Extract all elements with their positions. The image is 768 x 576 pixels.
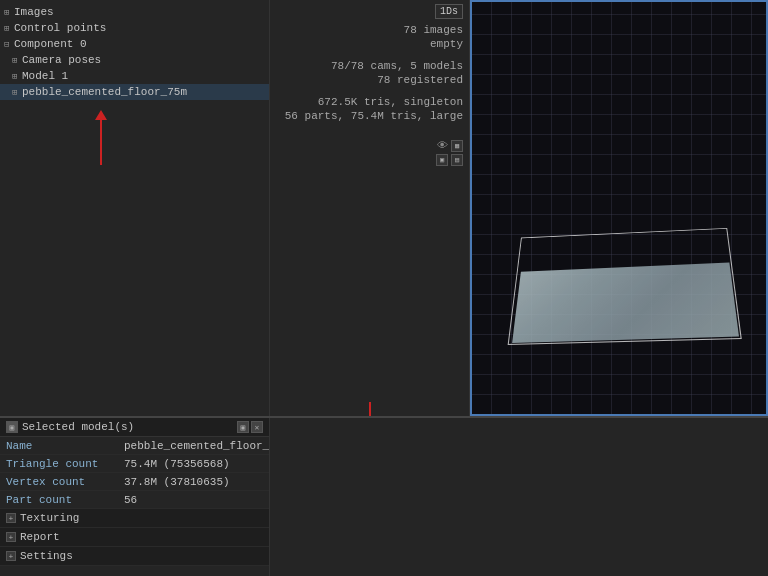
tree-item-camera-poses[interactable]: ⊞ Camera poses	[0, 52, 269, 68]
tree-label-component0: Component 0	[14, 38, 87, 50]
tree-label-images: Images	[14, 6, 54, 18]
prop-value-name: pebble_cemented_floor_75m	[120, 438, 269, 454]
properties-table: Name pebble_cemented_floor_75m Triangle …	[0, 437, 269, 576]
main-layout: ⊞ Images ⊞ Control points ⊟ Component 0 …	[0, 0, 768, 416]
bottom-right-panel	[270, 418, 768, 576]
expand-icon-images: ⊞	[4, 7, 14, 18]
info-cams: 78/78 cams, 5 models	[276, 59, 463, 73]
section-label-report: Report	[20, 531, 60, 543]
prop-row-parts: Part count 56	[0, 491, 269, 509]
arrow-shaft-up	[100, 120, 102, 165]
prop-label-vertices: Vertex count	[0, 474, 120, 490]
expand-icon-pebble-floor: ⊞	[12, 87, 22, 98]
info-tris: 672.5K tris, singleton	[276, 95, 463, 109]
arrow-head-up	[95, 110, 107, 120]
arrow-down	[364, 402, 376, 416]
viewport-3d[interactable]	[470, 0, 768, 416]
tree-label-camera-poses: Camera poses	[22, 54, 101, 66]
tree-item-images[interactable]: ⊞ Images	[0, 4, 269, 20]
prop-row-triangles: Triangle count 75.4M (75356568)	[0, 455, 269, 473]
expand-icon-model1: ⊞	[12, 71, 22, 82]
header-controls: ▣ ✕	[237, 421, 263, 433]
prop-row-vertices: Vertex count 37.8M (37810635)	[0, 473, 269, 491]
tree-label-model1: Model 1	[22, 70, 68, 82]
info-empty: empty	[276, 37, 463, 51]
floor-texture	[512, 263, 739, 344]
ids-badge: 1Ds	[435, 4, 463, 19]
section-label-settings: Settings	[20, 550, 73, 562]
mini-icon-3[interactable]: ▤	[451, 154, 463, 166]
float-button[interactable]: ▣	[237, 421, 249, 433]
close-button[interactable]: ✕	[251, 421, 263, 433]
expand-texturing[interactable]: +	[6, 513, 16, 523]
middle-panel: 1Ds 78 images empty 78/78 cams, 5 models…	[270, 0, 470, 416]
section-label-texturing: Texturing	[20, 512, 79, 524]
info-spacer	[276, 51, 463, 59]
info-registered: 78 registered	[276, 73, 463, 87]
bottom-section: ▣ Selected model(s) ▣ ✕ Name pebble_ceme…	[0, 416, 768, 576]
arrow-up-indicator	[95, 110, 107, 165]
info-spacer2	[276, 87, 463, 95]
tree-label-control-points: Control points	[14, 22, 106, 34]
section-texturing[interactable]: + Texturing	[0, 509, 269, 528]
prop-label-triangles: Triangle count	[0, 456, 120, 472]
section-report[interactable]: + Report	[0, 528, 269, 547]
section-settings[interactable]: + Settings	[0, 547, 269, 566]
selected-models-panel: ▣ Selected model(s) ▣ ✕ Name pebble_ceme…	[0, 418, 270, 576]
tree-item-pebble-floor[interactable]: ⊞ pebble_cemented_floor_75m	[0, 84, 269, 100]
3d-scene	[482, 164, 756, 364]
eye-icon[interactable]: 👁	[437, 139, 448, 152]
info-images: 78 images	[276, 23, 463, 37]
prop-value-vertices: 37.8M (37810635)	[120, 474, 269, 490]
prop-value-parts: 56	[120, 492, 269, 508]
middle-top-bar: 1Ds	[276, 4, 463, 19]
prop-row-name: Name pebble_cemented_floor_75m	[0, 437, 269, 455]
tree-label-pebble-floor: pebble_cemented_floor_75m	[22, 86, 187, 98]
arrow-down-area	[276, 166, 463, 412]
mini-icon-1[interactable]: ▦	[451, 140, 463, 152]
expand-icon-control-points: ⊞	[4, 23, 14, 34]
expand-icon-camera-poses: ⊞	[12, 55, 22, 66]
middle-icon-row-1: 👁 ▦	[276, 139, 463, 152]
expand-report[interactable]: +	[6, 532, 16, 542]
panel-icon: ▣	[6, 421, 18, 433]
prop-label-parts: Part count	[0, 492, 120, 508]
tree-item-model1[interactable]: ⊞ Model 1	[0, 68, 269, 84]
prop-label-name: Name	[0, 438, 120, 454]
selected-models-header: ▣ Selected model(s) ▣ ✕	[0, 418, 269, 437]
mini-icon-2[interactable]: ▣	[436, 154, 448, 166]
prop-value-triangles: 75.4M (75356568)	[120, 456, 269, 472]
tree-item-component0[interactable]: ⊟ Component 0	[0, 36, 269, 52]
expand-settings[interactable]: +	[6, 551, 16, 561]
arrow-down-shaft	[369, 402, 371, 416]
expand-icon-component0: ⊟	[4, 39, 14, 50]
tree-view: ⊞ Images ⊞ Control points ⊟ Component 0 …	[0, 0, 269, 416]
info-parts: 56 parts, 75.4M tris, large	[276, 109, 463, 123]
selected-models-title: Selected model(s)	[22, 421, 233, 433]
tree-item-control-points[interactable]: ⊞ Control points	[0, 20, 269, 36]
left-panel: ⊞ Images ⊞ Control points ⊟ Component 0 …	[0, 0, 270, 416]
middle-icon-row-2: ▣ ▤	[276, 154, 463, 166]
